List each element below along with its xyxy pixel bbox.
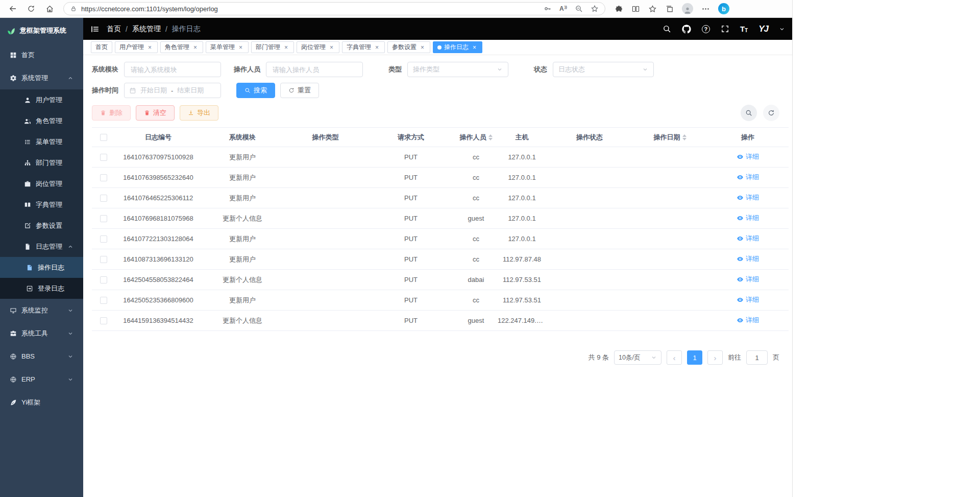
tab-close-icon[interactable]: ×: [419, 44, 426, 51]
tab-close-icon[interactable]: ×: [237, 44, 244, 51]
sort-icon[interactable]: [488, 134, 493, 140]
sidebar-item-post[interactable]: 岗位管理: [0, 173, 83, 194]
tab-close-icon[interactable]: ×: [328, 44, 335, 51]
cell-type: [283, 290, 368, 311]
toggle-search-button[interactable]: [741, 105, 757, 121]
sidebar-item-system[interactable]: 系统管理: [0, 66, 83, 89]
detail-link[interactable]: 详细: [737, 254, 759, 264]
reset-button[interactable]: 重置: [280, 83, 319, 98]
add-favorite-icon[interactable]: [591, 5, 599, 13]
row-checkbox[interactable]: [100, 256, 107, 263]
profile-avatar[interactable]: [682, 3, 693, 14]
tab-dept[interactable]: 部门管理×: [251, 41, 294, 53]
sidebar-item-param[interactable]: 参数设置: [0, 215, 83, 236]
row-checkbox[interactable]: [100, 317, 107, 324]
sidebar-item-yi[interactable]: Yi框架: [0, 391, 83, 414]
sidebar-item-menu[interactable]: 菜单管理: [0, 131, 83, 152]
sidebar-item-log[interactable]: 日志管理: [0, 236, 83, 257]
sidebar-item-operlog[interactable]: 操作日志: [0, 257, 83, 278]
row-checkbox[interactable]: [100, 154, 107, 161]
detail-link[interactable]: 详细: [737, 193, 759, 202]
tab-param[interactable]: 参数设置×: [387, 41, 430, 53]
type-select[interactable]: 操作类型: [407, 62, 508, 77]
detail-link[interactable]: 详细: [737, 214, 759, 223]
password-key-icon[interactable]: [544, 5, 552, 13]
export-button[interactable]: 导出: [180, 105, 218, 121]
browser-back-button[interactable]: [5, 2, 20, 16]
detail-link[interactable]: 详细: [737, 295, 759, 304]
breadcrumb-home[interactable]: 首页: [107, 25, 121, 34]
font-size-icon[interactable]: TT: [740, 25, 748, 33]
tab-post[interactable]: 岗位管理×: [297, 41, 339, 53]
page-size-select[interactable]: 10条/页: [614, 350, 662, 365]
tab-role[interactable]: 角色管理×: [160, 41, 203, 53]
sidebar-item-dict[interactable]: 字典管理: [0, 194, 83, 215]
collections-icon[interactable]: [665, 5, 674, 13]
tab-home[interactable]: 首页: [91, 41, 112, 53]
sidebar-item-monitor[interactable]: 系统监控: [0, 299, 83, 322]
tab-user[interactable]: 用户管理×: [115, 41, 158, 53]
browser-home-button[interactable]: [42, 2, 57, 16]
sidebar-item-loginlog[interactable]: 登录日志: [0, 278, 83, 299]
url-input[interactable]: [81, 5, 540, 13]
breadcrumb-system[interactable]: 系统管理: [132, 25, 161, 34]
tab-close-icon[interactable]: ×: [192, 44, 199, 51]
detail-link[interactable]: 详细: [737, 316, 759, 325]
clear-button[interactable]: 清空: [136, 105, 175, 121]
favorites-bar-icon[interactable]: [648, 5, 657, 13]
next-page-button[interactable]: ›: [707, 350, 723, 365]
select-all-checkbox[interactable]: [100, 134, 107, 141]
sidebar-item-erp[interactable]: ERP: [0, 368, 83, 391]
sidebar-item-dept[interactable]: 部门管理: [0, 152, 83, 173]
sidebar-item-bbs[interactable]: BBS: [0, 345, 83, 368]
zoom-out-icon[interactable]: [575, 5, 583, 13]
bing-icon[interactable]: b: [718, 3, 729, 14]
read-aloud-icon[interactable]: A)): [559, 5, 567, 12]
split-screen-icon[interactable]: [631, 5, 640, 13]
detail-link[interactable]: 详细: [737, 173, 759, 182]
goto-label: 前往: [728, 353, 741, 362]
prev-page-button[interactable]: ‹: [667, 350, 682, 365]
operator-input[interactable]: [266, 62, 363, 77]
date-range-picker[interactable]: 开始日期 - 结束日期: [124, 83, 221, 98]
row-checkbox[interactable]: [100, 215, 107, 222]
sidebar-item-tools[interactable]: 系统工具: [0, 322, 83, 345]
extensions-icon[interactable]: [615, 5, 623, 13]
search-icon[interactable]: [663, 25, 671, 33]
hamburger-icon[interactable]: [90, 25, 100, 34]
tab-operlog[interactable]: 操作日志×: [433, 41, 482, 53]
tab-dict[interactable]: 字典管理×: [342, 41, 385, 53]
address-bar[interactable]: A)): [63, 2, 605, 15]
github-icon[interactable]: [682, 25, 691, 34]
row-checkbox[interactable]: [100, 297, 107, 304]
detail-link[interactable]: 详细: [737, 234, 759, 243]
row-checkbox[interactable]: [100, 174, 107, 181]
tab-close-icon[interactable]: ×: [146, 44, 153, 51]
fullscreen-icon[interactable]: [721, 25, 729, 33]
sidebar-item-home[interactable]: 首页: [0, 43, 83, 66]
row-checkbox[interactable]: [100, 195, 107, 202]
browser-menu-icon[interactable]: [701, 5, 710, 13]
search-button[interactable]: 搜索: [236, 83, 275, 98]
row-checkbox[interactable]: [100, 276, 107, 283]
module-input[interactable]: [124, 62, 221, 77]
status-select[interactable]: 日志状态: [553, 62, 654, 77]
refresh-table-button[interactable]: [763, 105, 779, 121]
row-checkbox[interactable]: [100, 235, 107, 243]
tab-close-icon[interactable]: ×: [374, 44, 380, 51]
sort-icon[interactable]: [682, 134, 687, 140]
tab-close-icon[interactable]: ×: [471, 44, 478, 51]
sidebar-item-role[interactable]: 角色管理: [0, 110, 83, 131]
help-icon[interactable]: ?: [702, 25, 710, 33]
tab-close-icon[interactable]: ×: [283, 44, 289, 51]
goto-page-input[interactable]: [746, 350, 768, 365]
chevron-down-icon[interactable]: [779, 26, 785, 32]
user-logo[interactable]: YJ: [758, 24, 768, 34]
tab-menu[interactable]: 菜单管理×: [206, 41, 249, 53]
delete-button[interactable]: 删除: [92, 105, 131, 121]
browser-refresh-button[interactable]: [23, 2, 39, 16]
page-button-1[interactable]: 1: [687, 350, 702, 365]
detail-link[interactable]: 详细: [737, 152, 759, 161]
detail-link[interactable]: 详细: [737, 275, 759, 284]
sidebar-item-user[interactable]: 用户管理: [0, 89, 83, 110]
